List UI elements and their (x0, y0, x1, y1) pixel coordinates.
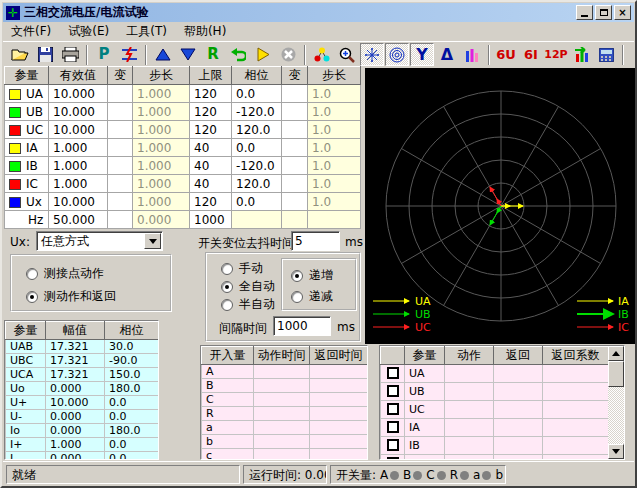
chg2-cell[interactable] (282, 103, 308, 121)
six-current-button[interactable]: 6I (519, 43, 543, 66)
step2-cell[interactable]: 1.0 (308, 103, 361, 121)
ux-mode-select[interactable]: 任意方式 (36, 231, 163, 251)
chg-cell[interactable] (108, 103, 133, 121)
undo-button[interactable] (226, 43, 250, 66)
chg2-cell[interactable] (282, 157, 308, 175)
ux-dropdown-button[interactable] (144, 233, 161, 249)
polar-view-button[interactable] (385, 43, 409, 66)
rms-cell[interactable]: 10.000 (49, 193, 108, 211)
step2-cell[interactable]: 1.0 (308, 175, 361, 193)
limit-cell[interactable]: 120 (190, 85, 232, 103)
checkbox[interactable] (387, 439, 399, 451)
maximize-button[interactable] (595, 5, 612, 20)
chg-cell[interactable] (108, 211, 133, 229)
step-cell[interactable]: 1.000 (133, 103, 190, 121)
radio-decrement[interactable]: 递减 (291, 288, 333, 305)
p-mode-button[interactable]: P (92, 43, 116, 66)
scroll-down-button[interactable] (608, 444, 624, 459)
calculator-button[interactable] (594, 43, 618, 66)
step-cell[interactable]: 1.000 (133, 175, 190, 193)
menu-file[interactable]: 文件(F) (11, 23, 51, 40)
limit-cell[interactable]: 40 (190, 175, 232, 193)
interval-input[interactable] (273, 316, 331, 336)
step2-cell[interactable]: 1.0 (308, 139, 361, 157)
chg-cell[interactable] (108, 121, 133, 139)
limit-cell[interactable]: 40 (190, 139, 232, 157)
phase-cell[interactable]: 0.0 (232, 85, 282, 103)
chg-cell[interactable] (108, 175, 133, 193)
step2-cell[interactable]: 1.0 (308, 157, 361, 175)
phase-cell[interactable]: -120.0 (232, 103, 282, 121)
chg-cell[interactable] (108, 85, 133, 103)
scrollbar-thumb[interactable] (608, 361, 624, 387)
checkbox[interactable] (387, 403, 399, 415)
radio-manual[interactable]: 手动 (221, 260, 263, 277)
stop-button[interactable] (276, 43, 300, 66)
step-cell[interactable]: 1.000 (133, 157, 190, 175)
rms-cell[interactable]: 1.000 (49, 157, 108, 175)
phase-cell[interactable]: 0.0 (232, 139, 282, 157)
chg-cell[interactable] (108, 139, 133, 157)
chg2-cell[interactable] (282, 193, 308, 211)
step2-cell[interactable]: 1.0 (308, 193, 361, 211)
rms-cell[interactable]: 10.000 (49, 121, 108, 139)
phase-cell[interactable]: 120.0 (232, 175, 282, 193)
vertical-scrollbar[interactable] (608, 346, 624, 459)
phase-cell[interactable]: 0.0 (232, 193, 282, 211)
limit-cell[interactable]: 120 (190, 121, 232, 139)
radio-full-auto[interactable]: 全自动 (221, 278, 275, 295)
open-button[interactable] (8, 43, 32, 66)
zoom-button[interactable] (335, 43, 359, 66)
limit-cell[interactable]: 1000 (190, 211, 232, 229)
minimize-button[interactable] (576, 5, 593, 20)
checkbox[interactable] (387, 367, 399, 379)
chg-cell[interactable] (108, 157, 133, 175)
phase-cell[interactable]: -120.0 (232, 157, 282, 175)
limit-cell[interactable]: 120 (190, 103, 232, 121)
step-cell[interactable]: 1.000 (133, 85, 190, 103)
chg2-cell[interactable] (282, 175, 308, 193)
rms-cell[interactable]: 1.000 (49, 139, 108, 157)
step2-cell[interactable]: 1.0 (308, 121, 361, 139)
chg-cell[interactable] (108, 193, 133, 211)
step-cell[interactable]: 0.000 (133, 211, 190, 229)
menu-test[interactable]: 试验(E) (68, 23, 109, 40)
help-button[interactable]: ? (628, 43, 637, 66)
step2-cell[interactable]: 1.0 (308, 85, 361, 103)
limit-cell[interactable]: 120 (190, 193, 232, 211)
menu-help[interactable]: 帮助(H) (184, 23, 226, 40)
rms-cell[interactable]: 1.000 (49, 175, 108, 193)
print-button[interactable] (58, 43, 82, 66)
step-cell[interactable]: 1.000 (133, 139, 190, 157)
titlebar[interactable]: ✛ 三相交流电压/电流试验 × (3, 3, 634, 22)
rms-cell[interactable]: 10.000 (49, 103, 108, 121)
short-circuit-button[interactable] (117, 43, 141, 66)
close-button[interactable]: × (614, 5, 631, 20)
radio-contact-action[interactable]: 测接点动作 (26, 265, 104, 282)
rms-cell[interactable]: 50.000 (49, 211, 108, 229)
lower-button[interactable] (176, 43, 200, 66)
checkbox[interactable] (387, 421, 399, 433)
step-cell[interactable]: 1.000 (133, 121, 190, 139)
menu-tools[interactable]: 工具(T) (126, 23, 167, 40)
bargraph-button[interactable] (460, 43, 484, 66)
wye-button[interactable]: Y (410, 43, 434, 66)
chg2-cell[interactable] (282, 121, 308, 139)
phase-cell[interactable]: 120.0 (232, 121, 282, 139)
phasor-button[interactable] (310, 43, 334, 66)
step-cell[interactable]: 1.000 (133, 193, 190, 211)
radio-action-return[interactable]: 测动作和返回 (26, 288, 116, 305)
delta-button[interactable]: Δ (435, 43, 459, 66)
scroll-up-button[interactable] (608, 346, 624, 361)
raise-button[interactable] (151, 43, 175, 66)
checkbox[interactable] (387, 457, 399, 460)
chg2-cell[interactable] (282, 139, 308, 157)
twelve-phase-button[interactable]: 12P (544, 43, 568, 66)
start-button[interactable] (251, 43, 275, 66)
limit-cell[interactable]: 40 (190, 157, 232, 175)
radio-increment[interactable]: 递增 (291, 267, 333, 284)
reset-button[interactable]: R (201, 43, 225, 66)
radio-semi-auto[interactable]: 半自动 (221, 296, 275, 313)
checkbox[interactable] (387, 385, 399, 397)
six-voltage-button[interactable]: 6U (494, 43, 518, 66)
